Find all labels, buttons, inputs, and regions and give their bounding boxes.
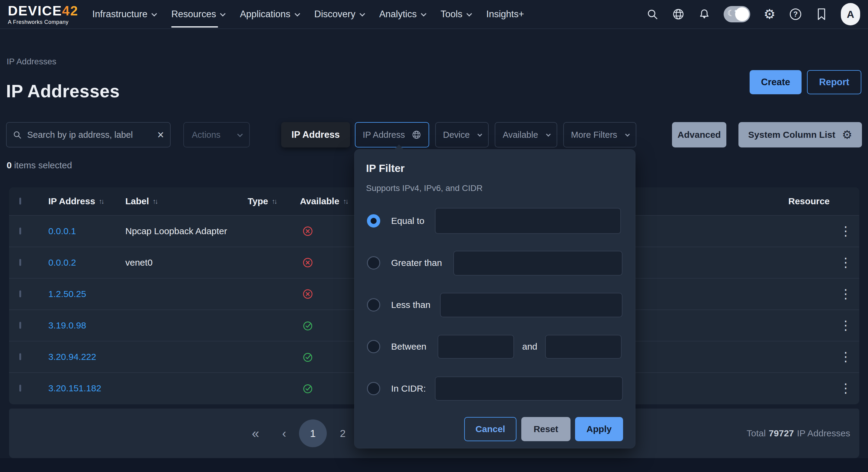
help-icon[interactable]: ? (789, 7, 802, 21)
actions-dropdown[interactable]: Actions (183, 122, 250, 147)
globe-icon[interactable] (672, 7, 685, 21)
unavailable-icon (302, 257, 314, 269)
pagination-page-2[interactable]: 2 (334, 409, 352, 458)
radio-button[interactable] (367, 256, 380, 269)
ip-address-link[interactable]: 3.19.0.98 (48, 320, 86, 330)
row-checkbox[interactable] (19, 385, 21, 392)
filter-value-input[interactable] (438, 335, 514, 359)
column-header-label[interactable]: Label↑↓ (125, 196, 248, 206)
ip-address-filter-chip[interactable]: IP Address (281, 122, 350, 147)
filter-value-input[interactable] (435, 208, 621, 234)
row-menu-kebab[interactable]: ⋮ (832, 256, 859, 269)
top-nav: DEVICE42 A Freshworks Company Infrastruc… (0, 0, 868, 29)
nav-item-infrastructure[interactable]: Infrastructure (92, 6, 156, 23)
search-icon[interactable] (646, 7, 659, 21)
nav-item-analytics[interactable]: Analytics (379, 6, 425, 23)
create-button[interactable]: Create (750, 70, 802, 94)
ip-address-link[interactable]: 3.20.151.182 (48, 383, 101, 393)
pagination-first-button[interactable]: « (246, 409, 265, 458)
sort-icon[interactable]: ↑↓ (153, 197, 157, 205)
row-menu-kebab[interactable]: ⋮ (832, 225, 859, 237)
clear-search-icon[interactable]: × (157, 129, 164, 141)
chevron-down-icon (421, 11, 426, 16)
nav-item-insights-[interactable]: Insights+ (486, 6, 524, 23)
total-count: Total79727IP Addresses (747, 409, 850, 458)
globe-icon (412, 130, 421, 140)
radio-button[interactable] (367, 382, 380, 395)
filter-option-between: Between and (354, 331, 635, 362)
sort-icon[interactable]: ↑↓ (343, 197, 348, 205)
bottom-band (0, 458, 868, 472)
nav-item-tools[interactable]: Tools (441, 6, 470, 23)
device42-logo[interactable]: DEVICE42 A Freshworks Company (8, 4, 79, 25)
nav-item-applications[interactable]: Applications (240, 6, 299, 23)
ip-address-link[interactable]: 3.20.94.222 (48, 352, 96, 362)
row-checkbox[interactable] (19, 290, 21, 297)
filter-dropdown-available[interactable]: Available (495, 122, 557, 147)
filter-value-input[interactable] (435, 377, 623, 401)
bell-icon[interactable] (698, 7, 711, 21)
nav-item-resources[interactable]: Resources (171, 6, 224, 23)
breadcrumb[interactable]: IP Addresses (7, 57, 56, 66)
logo-wordmark: DEVICE42 (8, 4, 79, 18)
gear-icon[interactable]: ⚙ (763, 7, 776, 21)
device42-ip-addresses-page: DEVICE42 A Freshworks Company Infrastruc… (0, 0, 868, 472)
chevron-down-icon (360, 11, 365, 16)
select-all-checkbox[interactable] (19, 198, 21, 205)
filter-dropdown-device[interactable]: Device (435, 122, 489, 147)
row-menu-kebab[interactable]: ⋮ (832, 351, 859, 363)
popup-caret (394, 144, 404, 150)
row-checkbox[interactable] (19, 322, 21, 329)
ip-address-link[interactable]: 1.2.50.25 (48, 289, 86, 299)
row-menu-kebab[interactable]: ⋮ (832, 382, 859, 395)
row-checkbox[interactable] (19, 353, 21, 360)
filter-dropdown-ip-address[interactable]: IP Address (355, 122, 429, 147)
filter-value-input[interactable] (440, 293, 622, 317)
advanced-button[interactable]: Advanced (672, 122, 726, 147)
main-menu: Infrastructure Resources Applications Di… (92, 6, 524, 23)
chevron-down-icon (546, 132, 551, 137)
and-label: and (519, 331, 540, 362)
unavailable-icon (302, 225, 314, 237)
selection-summary: 0items selected (7, 160, 72, 171)
pagination-page-1[interactable]: 1 (299, 419, 327, 447)
sort-icon[interactable]: ↑↓ (272, 197, 276, 205)
bookmark-icon[interactable] (815, 7, 828, 21)
row-menu-kebab[interactable]: ⋮ (832, 319, 859, 332)
filter-value-input[interactable] (453, 251, 622, 275)
row-menu-kebab[interactable]: ⋮ (832, 288, 859, 300)
radio-button[interactable] (367, 340, 380, 353)
pagination-prev-button[interactable]: ‹ (277, 409, 292, 458)
reset-button[interactable]: Reset (521, 417, 570, 441)
filter-dropdown-more-filters[interactable]: More Filters (563, 122, 637, 147)
avatar[interactable]: A (841, 3, 860, 25)
sort-icon[interactable]: ↑↓ (99, 197, 103, 205)
row-checkbox[interactable] (19, 228, 21, 235)
available-cell (300, 288, 357, 300)
report-button[interactable]: Report (807, 70, 861, 94)
search-input[interactable] (27, 130, 153, 140)
column-header-ip-address[interactable]: IP Address↑↓ (48, 196, 125, 206)
chevron-down-icon (625, 132, 630, 137)
radio-button[interactable] (367, 214, 380, 228)
cancel-button[interactable]: Cancel (464, 417, 517, 441)
chevron-down-icon (220, 11, 226, 16)
available-cell (300, 351, 357, 363)
radio-button[interactable] (367, 298, 380, 312)
dark-mode-toggle[interactable]: ☾ ✦ (724, 6, 750, 22)
ip-address-link[interactable]: 0.0.0.1 (48, 226, 76, 236)
nav-item-discovery[interactable]: Discovery (314, 6, 364, 23)
filter-value-input-2[interactable] (545, 335, 622, 359)
label-cell: venet0 (125, 258, 248, 268)
chevron-down-icon (152, 11, 157, 16)
available-cell (300, 257, 357, 269)
row-checkbox[interactable] (19, 259, 21, 266)
column-header-available[interactable]: Available↑↓ (300, 196, 357, 206)
system-column-list-button[interactable]: System Column List ⚙ (738, 122, 862, 147)
available-cell (300, 319, 357, 331)
apply-button[interactable]: Apply (575, 417, 623, 441)
available-icon (302, 319, 314, 331)
column-header-type[interactable]: Type↑↓ (248, 196, 300, 206)
ip-address-link[interactable]: 0.0.0.2 (48, 258, 76, 267)
chevron-down-icon (467, 11, 472, 16)
